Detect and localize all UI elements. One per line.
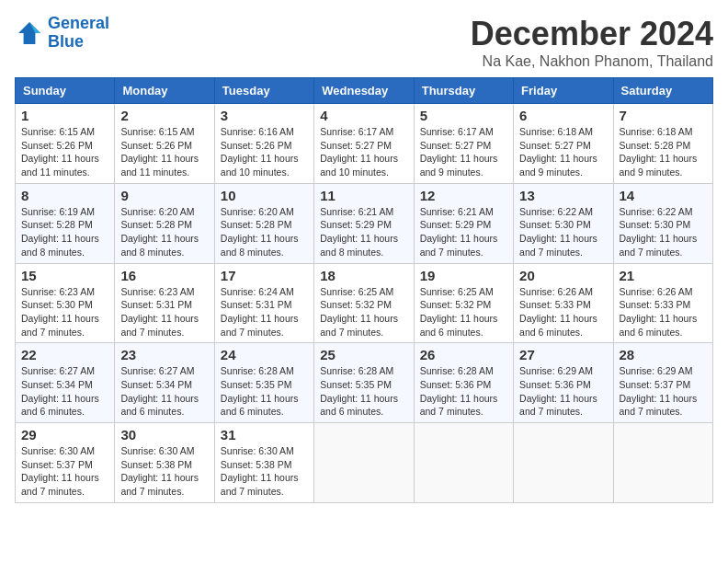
calendar-week-row: 15 Sunrise: 6:23 AM Sunset: 5:30 PM Dayl… (16, 263, 713, 343)
day-info: Sunrise: 6:27 AM Sunset: 5:34 PM Dayligh… (120, 364, 208, 419)
day-info: Sunrise: 6:30 AM Sunset: 5:38 PM Dayligh… (221, 444, 308, 499)
day-number: 3 (221, 108, 308, 123)
day-number: 4 (320, 108, 407, 123)
calendar-cell: 15 Sunrise: 6:23 AM Sunset: 5:30 PM Dayl… (16, 263, 115, 343)
calendar-cell: 3 Sunrise: 6:16 AM Sunset: 5:26 PM Dayli… (214, 104, 313, 184)
day-number: 21 (620, 268, 707, 283)
day-number: 10 (221, 188, 308, 203)
day-number: 18 (320, 268, 407, 283)
day-info: Sunrise: 6:28 AM Sunset: 5:36 PM Dayligh… (420, 364, 507, 419)
calendar-cell: 27 Sunrise: 6:29 AM Sunset: 5:36 PM Dayl… (514, 343, 613, 423)
day-info: Sunrise: 6:22 AM Sunset: 5:30 PM Dayligh… (519, 205, 607, 259)
day-info: Sunrise: 6:24 AM Sunset: 5:31 PM Dayligh… (221, 285, 308, 339)
day-number: 25 (320, 347, 407, 362)
calendar-cell: 21 Sunrise: 6:26 AM Sunset: 5:33 PM Dayl… (613, 263, 712, 343)
calendar-cell: 5 Sunrise: 6:17 AM Sunset: 5:27 PM Dayli… (414, 104, 513, 184)
day-info: Sunrise: 6:20 AM Sunset: 5:28 PM Dayligh… (120, 205, 208, 259)
day-number: 22 (21, 347, 108, 362)
day-number: 19 (420, 268, 507, 283)
day-number: 28 (620, 347, 707, 362)
calendar-day-header: Friday (514, 78, 613, 104)
day-info: Sunrise: 6:28 AM Sunset: 5:35 PM Dayligh… (221, 364, 308, 419)
logo-icon (15, 18, 44, 48)
day-info: Sunrise: 6:25 AM Sunset: 5:32 PM Dayligh… (320, 285, 407, 339)
day-info: Sunrise: 6:28 AM Sunset: 5:35 PM Dayligh… (320, 364, 407, 419)
title-block: December 2024 Na Kae, Nakhon Phanom, Tha… (471, 15, 713, 70)
day-info: Sunrise: 6:30 AM Sunset: 5:38 PM Dayligh… (120, 444, 208, 499)
day-number: 15 (21, 268, 108, 283)
calendar-cell: 11 Sunrise: 6:21 AM Sunset: 5:29 PM Dayl… (314, 183, 414, 263)
day-number: 24 (221, 347, 308, 362)
calendar-cell: 20 Sunrise: 6:26 AM Sunset: 5:33 PM Dayl… (514, 263, 613, 343)
calendar-cell: 16 Sunrise: 6:23 AM Sunset: 5:31 PM Dayl… (115, 263, 214, 343)
calendar-week-row: 29 Sunrise: 6:30 AM Sunset: 5:37 PM Dayl… (16, 423, 713, 503)
calendar-cell: 12 Sunrise: 6:21 AM Sunset: 5:29 PM Dayl… (414, 183, 513, 263)
day-number: 16 (120, 268, 208, 283)
logo-text: General Blue (48, 15, 109, 52)
day-number: 13 (519, 188, 607, 203)
calendar-cell: 14 Sunrise: 6:22 AM Sunset: 5:30 PM Dayl… (613, 183, 712, 263)
calendar-cell (514, 423, 613, 503)
day-info: Sunrise: 6:17 AM Sunset: 5:27 PM Dayligh… (420, 125, 507, 179)
day-number: 12 (420, 188, 507, 203)
calendar-table: SundayMondayTuesdayWednesdayThursdayFrid… (15, 77, 713, 503)
calendar-cell: 13 Sunrise: 6:22 AM Sunset: 5:30 PM Dayl… (514, 183, 613, 263)
day-number: 5 (420, 108, 507, 123)
calendar-cell: 2 Sunrise: 6:15 AM Sunset: 5:26 PM Dayli… (115, 104, 214, 184)
calendar-cell: 7 Sunrise: 6:18 AM Sunset: 5:28 PM Dayli… (613, 104, 712, 184)
day-info: Sunrise: 6:29 AM Sunset: 5:36 PM Dayligh… (519, 364, 607, 419)
calendar-cell: 23 Sunrise: 6:27 AM Sunset: 5:34 PM Dayl… (115, 343, 214, 423)
day-number: 9 (120, 188, 208, 203)
calendar-cell: 29 Sunrise: 6:30 AM Sunset: 5:37 PM Dayl… (16, 423, 115, 503)
day-number: 1 (21, 108, 108, 123)
calendar-cell: 10 Sunrise: 6:20 AM Sunset: 5:28 PM Dayl… (214, 183, 313, 263)
calendar-cell (314, 423, 414, 503)
day-info: Sunrise: 6:21 AM Sunset: 5:29 PM Dayligh… (320, 205, 407, 259)
day-number: 26 (420, 347, 507, 362)
month-title: December 2024 (471, 15, 713, 53)
day-number: 7 (620, 108, 707, 123)
day-info: Sunrise: 6:23 AM Sunset: 5:30 PM Dayligh… (21, 285, 108, 339)
calendar-header-row: SundayMondayTuesdayWednesdayThursdayFrid… (16, 78, 713, 104)
day-info: Sunrise: 6:30 AM Sunset: 5:37 PM Dayligh… (21, 444, 108, 499)
calendar-cell: 26 Sunrise: 6:28 AM Sunset: 5:36 PM Dayl… (414, 343, 513, 423)
day-info: Sunrise: 6:15 AM Sunset: 5:26 PM Dayligh… (21, 125, 108, 179)
day-info: Sunrise: 6:20 AM Sunset: 5:28 PM Dayligh… (221, 205, 308, 259)
calendar-day-header: Monday (115, 78, 214, 104)
calendar-cell: 31 Sunrise: 6:30 AM Sunset: 5:38 PM Dayl… (214, 423, 313, 503)
day-number: 2 (120, 108, 208, 123)
calendar-cell (613, 423, 712, 503)
day-number: 6 (519, 108, 607, 123)
calendar-week-row: 22 Sunrise: 6:27 AM Sunset: 5:34 PM Dayl… (16, 343, 713, 423)
day-info: Sunrise: 6:17 AM Sunset: 5:27 PM Dayligh… (320, 125, 407, 179)
day-info: Sunrise: 6:29 AM Sunset: 5:37 PM Dayligh… (620, 364, 707, 419)
calendar-day-header: Wednesday (314, 78, 414, 104)
calendar-week-row: 8 Sunrise: 6:19 AM Sunset: 5:28 PM Dayli… (16, 183, 713, 263)
day-info: Sunrise: 6:26 AM Sunset: 5:33 PM Dayligh… (620, 285, 707, 339)
day-number: 11 (320, 188, 407, 203)
day-number: 20 (519, 268, 607, 283)
day-number: 31 (221, 427, 308, 442)
calendar-cell: 30 Sunrise: 6:30 AM Sunset: 5:38 PM Dayl… (115, 423, 214, 503)
day-info: Sunrise: 6:16 AM Sunset: 5:26 PM Dayligh… (221, 125, 308, 179)
day-info: Sunrise: 6:18 AM Sunset: 5:27 PM Dayligh… (519, 125, 607, 179)
calendar-cell: 19 Sunrise: 6:25 AM Sunset: 5:32 PM Dayl… (414, 263, 513, 343)
calendar-cell: 18 Sunrise: 6:25 AM Sunset: 5:32 PM Dayl… (314, 263, 414, 343)
calendar-day-header: Thursday (414, 78, 513, 104)
day-number: 30 (120, 427, 208, 442)
day-info: Sunrise: 6:19 AM Sunset: 5:28 PM Dayligh… (21, 205, 108, 259)
day-info: Sunrise: 6:18 AM Sunset: 5:28 PM Dayligh… (620, 125, 707, 179)
calendar-cell: 6 Sunrise: 6:18 AM Sunset: 5:27 PM Dayli… (514, 104, 613, 184)
day-number: 14 (620, 188, 707, 203)
calendar-cell: 25 Sunrise: 6:28 AM Sunset: 5:35 PM Dayl… (314, 343, 414, 423)
day-info: Sunrise: 6:15 AM Sunset: 5:26 PM Dayligh… (120, 125, 208, 179)
page-header: General Blue December 2024 Na Kae, Nakho… (15, 15, 713, 70)
calendar-cell: 24 Sunrise: 6:28 AM Sunset: 5:35 PM Dayl… (214, 343, 313, 423)
day-info: Sunrise: 6:26 AM Sunset: 5:33 PM Dayligh… (519, 285, 607, 339)
calendar-cell: 28 Sunrise: 6:29 AM Sunset: 5:37 PM Dayl… (613, 343, 712, 423)
calendar-cell: 4 Sunrise: 6:17 AM Sunset: 5:27 PM Dayli… (314, 104, 414, 184)
day-info: Sunrise: 6:25 AM Sunset: 5:32 PM Dayligh… (420, 285, 507, 339)
calendar-week-row: 1 Sunrise: 6:15 AM Sunset: 5:26 PM Dayli… (16, 104, 713, 184)
calendar-cell: 22 Sunrise: 6:27 AM Sunset: 5:34 PM Dayl… (16, 343, 115, 423)
calendar-cell: 17 Sunrise: 6:24 AM Sunset: 5:31 PM Dayl… (214, 263, 313, 343)
